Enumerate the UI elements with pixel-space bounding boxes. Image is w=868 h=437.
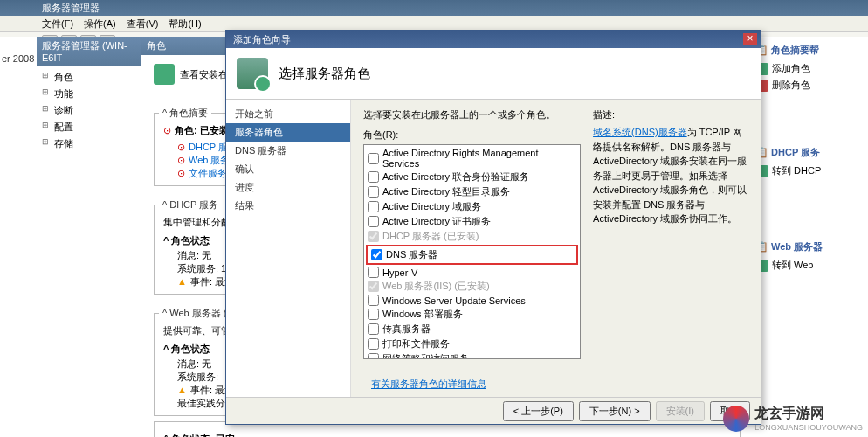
- right-group-title: 📋 角色摘要帮: [756, 44, 865, 57]
- role-checkbox: [368, 281, 379, 292]
- watermark-url: LONGXUANSHOUYOUWANG: [754, 423, 863, 432]
- role-checkbox-item[interactable]: 打印和文件服务: [366, 336, 578, 351]
- window-title: 服务器管理器: [42, 2, 100, 15]
- roles-label: 角色(R):: [363, 128, 581, 142]
- menu-action[interactable]: 操作(A): [84, 17, 116, 31]
- wizard-icon: [237, 58, 268, 89]
- role-checkbox[interactable]: [368, 338, 379, 350]
- role-checkbox-item[interactable]: Windows 部署服务: [366, 307, 578, 322]
- tree-item[interactable]: 存储: [42, 135, 141, 152]
- role-checkbox[interactable]: [368, 216, 379, 227]
- menu-help[interactable]: 帮助(H): [169, 17, 201, 31]
- role-checkbox-item[interactable]: Active Directory Rights Management Servi…: [366, 147, 578, 170]
- tree-item[interactable]: 诊断: [42, 102, 141, 119]
- section-title: ^ DHCP 服务: [159, 198, 222, 212]
- desc-label: 描述:: [593, 108, 748, 121]
- next-button[interactable]: 下一步(N) >: [579, 401, 651, 421]
- prev-button[interactable]: < 上一步(P): [503, 401, 574, 421]
- role-checkbox-item[interactable]: Windows Server Update Services: [366, 294, 578, 307]
- role-checkbox: [368, 231, 379, 242]
- role-checkbox[interactable]: [368, 171, 379, 183]
- right-group-title: 📋 Web 服务器: [756, 240, 865, 253]
- watermark-logo-icon: [723, 406, 749, 432]
- role-label: Active Directory 轻型目录服务: [382, 185, 510, 198]
- wizard-step[interactable]: 进度: [226, 178, 350, 197]
- tree-item[interactable]: 功能: [42, 86, 141, 102]
- watermark-name: 龙玄手游网: [754, 406, 824, 420]
- wizard-nav: 开始之前服务器角色DNS 服务器确认进度结果: [226, 100, 351, 397]
- role-checkbox[interactable]: [368, 267, 379, 278]
- role-checkbox-item: Web 服务器(IIS) (已安装): [366, 279, 578, 294]
- section-title: ^ 角色摘要: [159, 107, 211, 120]
- desc-text: 域名系统(DNS)服务器为 TCP/IP 网络提供名称解析。DNS 服务器与 A…: [593, 125, 748, 226]
- role-label: 打印和文件服务: [382, 337, 450, 350]
- instruct-text: 选择要安装在此服务器上的一个或多个角色。: [363, 108, 581, 121]
- role-label: Windows 部署服务: [382, 308, 463, 321]
- left-strip-label: er 2008: [0, 52, 37, 65]
- role-checkbox[interactable]: [368, 186, 379, 198]
- right-panel: 📋 角色摘要帮 添加角色删除角色 📋 DHCP 服务 转到 DHCP 📋 Web…: [753, 37, 868, 437]
- role-checkbox-item[interactable]: Active Directory 证书服务: [366, 214, 578, 229]
- role-label: Active Directory 联合身份验证服务: [382, 170, 529, 184]
- wizard-step[interactable]: 结果: [226, 197, 350, 215]
- role-checkbox-item: DHCP 服务器 (已安装): [366, 229, 578, 244]
- tree-item[interactable]: 配置: [42, 119, 141, 135]
- dialog-heading: 选择服务器角色: [279, 66, 370, 82]
- role-checkbox[interactable]: [368, 295, 379, 306]
- main-titlebar: 服务器管理器: [0, 0, 868, 16]
- role-checkbox-item[interactable]: DNS 服务器: [369, 247, 575, 262]
- role-checkbox[interactable]: [371, 249, 382, 260]
- desc-link[interactable]: 域名系统(DNS)服务器: [593, 127, 687, 137]
- role-label: Active Directory 证书服务: [382, 215, 491, 228]
- right-group-title: 📋 DHCP 服务: [756, 146, 865, 159]
- wizard-step[interactable]: 开始之前: [226, 105, 350, 123]
- role-checkbox-item[interactable]: Active Directory 域服务: [366, 199, 578, 214]
- role-checkbox-item[interactable]: 网络策略和访问服务: [366, 351, 578, 359]
- role-checkbox[interactable]: [368, 153, 379, 164]
- role-checkbox[interactable]: [368, 309, 379, 320]
- wizard-step[interactable]: 服务器角色: [226, 123, 350, 142]
- action-link[interactable]: 转到 DHCP: [756, 163, 865, 179]
- left-strip: er 2008: [0, 37, 38, 437]
- install-button: 安装(I): [656, 401, 705, 421]
- role-checkbox[interactable]: [368, 323, 379, 335]
- dialog-titlebar[interactable]: 添加角色向导 ×: [226, 31, 761, 48]
- action-link[interactable]: 转到 Web: [756, 257, 865, 274]
- tree-item[interactable]: 角色: [42, 69, 141, 86]
- role-checkbox[interactable]: [368, 201, 379, 212]
- add-roles-wizard-dialog: 添加角色向导 × 选择服务器角色 开始之前服务器角色DNS 服务器确认进度结果 …: [225, 30, 761, 425]
- menu-file[interactable]: 文件(F): [42, 17, 73, 31]
- dialog-header: 选择服务器角色: [226, 48, 761, 100]
- role-checkbox-item[interactable]: Hyper-V: [366, 266, 578, 279]
- wizard-step[interactable]: 确认: [226, 160, 350, 178]
- close-button[interactable]: ×: [743, 33, 757, 45]
- server-tree-header: 服务器管理器 (WIN-E6IT: [37, 37, 141, 66]
- action-link[interactable]: 删除角色: [756, 77, 865, 94]
- role-label: 传真服务器: [382, 323, 431, 336]
- role-checkbox-item[interactable]: 传真服务器: [366, 322, 578, 336]
- bullet-icon: ⊙: [163, 125, 171, 135]
- watermark: 龙玄手游网 LONGXUANSHOUYOUWANG: [723, 405, 863, 432]
- dialog-title: 添加角色向导: [233, 33, 291, 46]
- role-checkbox[interactable]: [368, 353, 379, 359]
- role-label: Hyper-V: [382, 267, 417, 278]
- role-label: Web 服务器(IIS) (已安装): [382, 280, 490, 293]
- wizard-step[interactable]: DNS 服务器: [226, 142, 350, 160]
- role-label: DNS 服务器: [386, 248, 437, 261]
- menu-view[interactable]: 查看(V): [127, 17, 159, 31]
- role-label: Active Directory 域服务: [382, 200, 481, 213]
- dialog-footer: < 上一步(P) 下一步(N) > 安装(I) 取消: [226, 397, 761, 424]
- action-link[interactable]: 添加角色: [756, 60, 865, 77]
- role-checkbox-item[interactable]: Active Directory 联合身份验证服务: [366, 170, 578, 184]
- role-label: Active Directory Rights Management Servi…: [382, 148, 576, 169]
- roles-help-link[interactable]: 有关服务器角色的详细信息: [371, 378, 486, 389]
- server-tree: 服务器管理器 (WIN-E6IT 角色功能诊断配置存储: [37, 37, 142, 437]
- role-label: 网络策略和访问服务: [382, 352, 469, 359]
- role-checkbox-item[interactable]: Active Directory 轻型目录服务: [366, 184, 578, 199]
- role-label: Windows Server Update Services: [382, 295, 526, 306]
- roles-listbox[interactable]: Active Directory Rights Management Servi…: [363, 144, 581, 359]
- role-label: DHCP 服务器 (已安装): [382, 230, 479, 243]
- roles-icon: [154, 64, 175, 85]
